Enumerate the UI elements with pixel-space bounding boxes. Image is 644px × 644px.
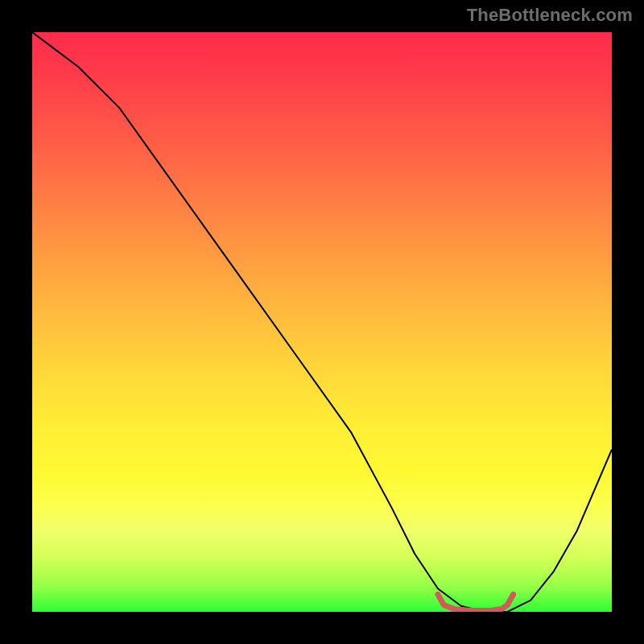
watermark-text: TheBottleneck.com [467, 5, 633, 26]
chart-plot-area [32, 32, 612, 612]
chart-frame: TheBottleneck.com [0, 0, 644, 644]
bottleneck-curve [32, 32, 612, 612]
chart-svg [32, 32, 612, 612]
